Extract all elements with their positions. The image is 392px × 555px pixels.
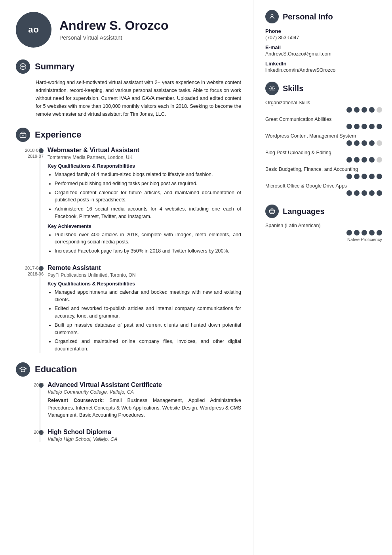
skills-title: Skills: [283, 84, 303, 93]
summary-title-row: Summary: [16, 59, 241, 74]
achievements-list-1: Published over 400 articles in 2018, com…: [48, 231, 241, 255]
experience-title: Experience: [35, 130, 81, 140]
svg-point-7: [271, 15, 273, 17]
dot: [354, 157, 360, 163]
summary-icon: [16, 59, 30, 74]
skill-dots-1: [265, 124, 382, 129]
edu-coursework-1: Relevant Coursework: Small Business Mana…: [48, 397, 241, 419]
edu-institution-1: Vallejo Community College, Vallejo, CA: [48, 389, 241, 395]
dot: [346, 107, 352, 113]
svg-point-10: [271, 209, 273, 214]
languages-title-row: Languages: [265, 205, 382, 218]
skill-dots-0: [265, 107, 382, 113]
email-value: Andrew.S.Orozco@gmail.com: [265, 51, 382, 57]
lang-level-0: Native Proficiency: [265, 237, 382, 242]
dot: [362, 157, 367, 163]
job-date-1: 2018-06 -2019-07: [17, 147, 44, 160]
dot: [377, 124, 382, 129]
dot: [377, 230, 382, 235]
skill-item-2: Wordpress Content Management System: [265, 133, 382, 146]
edu-item-1: 2017 Advanced Virtual Assistant Certific…: [48, 381, 241, 419]
phone-value: (707) 853-5047: [265, 35, 382, 40]
qualifications-title-2: Key Qualifications & Responsibilities: [48, 281, 241, 287]
skill-name-0: Organizational Skills: [265, 100, 382, 105]
education-section: Education 2017 Advanced Virtual Assistan…: [16, 362, 241, 442]
job-item-1: 2018-06 -2019-07 Webmaster & Virtual Ass…: [48, 147, 241, 255]
languages-icon: [265, 205, 279, 218]
dot: [369, 174, 375, 179]
experience-timeline: 2018-06 -2019-07 Webmaster & Virtual Ass…: [16, 147, 241, 353]
list-item: Performed publishing and editing tasks p…: [55, 180, 241, 188]
dot: [354, 190, 360, 196]
dot: [362, 107, 367, 113]
experience-title-row: Experience: [16, 128, 241, 142]
dot: [369, 124, 375, 129]
edu-date-2: 2014: [17, 429, 44, 435]
dot: [377, 140, 382, 146]
job-company-2: PsyFi Publications Unlimited, Toronto, O…: [48, 272, 241, 278]
dot: [346, 140, 352, 146]
skill-item-0: Organizational Skills: [265, 100, 382, 113]
dot: [362, 230, 367, 235]
job-date-2: 2017-04 -2018-06: [17, 265, 44, 278]
education-title: Education: [35, 364, 77, 375]
job-title-1: Webmaster & Virtual Assistant: [48, 147, 241, 154]
skills-section: Skills Organizational Skills Great Commu…: [265, 82, 382, 196]
edu-date-1: 2017: [17, 382, 44, 388]
dot: [377, 174, 382, 179]
skills-icon: [265, 82, 279, 95]
education-icon: [16, 362, 30, 377]
skill-item-1: Great Communication Abilities: [265, 117, 382, 129]
dot: [377, 190, 382, 196]
personal-info-icon: [265, 10, 279, 23]
dot: [346, 124, 352, 129]
skill-name-2: Wordpress Content Management System: [265, 133, 382, 139]
dot: [354, 174, 360, 179]
dot: [354, 107, 360, 113]
skill-item-4: Basic Budgeting, Finance, and Accounting: [265, 166, 382, 179]
skill-name-3: Blog Post Uploading & Editing: [265, 150, 382, 155]
avatar: ao: [16, 12, 51, 48]
education-title-row: Education: [16, 362, 241, 377]
dot: [362, 174, 367, 179]
left-column: ao Andrew S. Orozco Personal Virtual Ass…: [0, 0, 253, 555]
summary-title: Summary: [35, 61, 74, 72]
summary-text: Hard-working and self-motivated virtual …: [16, 78, 241, 118]
skill-dots-3: [265, 157, 382, 163]
skill-name-1: Great Communication Abilities: [265, 117, 382, 122]
personal-info-title-row: Personal Info: [265, 10, 382, 23]
full-name: Andrew S. Orozco: [59, 19, 169, 33]
edu-item-2: 2014 High School Diploma Vallejo High Sc…: [48, 429, 241, 442]
skill-item-5: Microsoft Office & Google Drive Apps: [265, 183, 382, 196]
languages-section: Languages Spanish (Latin American) Nativ…: [265, 205, 382, 242]
list-item: Managed family of 4 medium-sized blogs r…: [55, 171, 241, 178]
edu-title-1: Advanced Virtual Assistant Certificate: [48, 381, 241, 388]
skill-dots-4: [265, 174, 382, 179]
header-text: Andrew S. Orozco Personal Virtual Assist…: [59, 19, 169, 41]
dot: [369, 230, 375, 235]
linkedin-label: LinkedIn: [265, 61, 382, 67]
lang-name-0: Spanish (Latin American): [265, 223, 382, 228]
list-item: Organized content calendar for future ar…: [55, 189, 241, 204]
resume-page: ao Andrew S. Orozco Personal Virtual Ass…: [0, 0, 392, 555]
email-label: E-mail: [265, 44, 382, 50]
qualifications-list-1: Managed family of 4 medium-sized blogs r…: [48, 171, 241, 220]
dot: [354, 230, 360, 235]
edu-institution-2: Vallejo High School, Vallejo, CA: [48, 436, 241, 442]
coursework-label-1: Relevant Coursework:: [48, 398, 104, 403]
linkedin-value: linkedin.com/in/AndrewSOrozco: [265, 67, 382, 73]
skill-name-4: Basic Budgeting, Finance, and Accounting: [265, 166, 382, 172]
qualifications-list-2: Managed appointments and calendar and bo…: [48, 289, 241, 353]
list-item: Increased Facebook page fans by 350% in …: [55, 247, 241, 255]
dot: [377, 107, 382, 113]
list-item: Built up massive database of past and cu…: [55, 322, 241, 337]
dot: [362, 124, 367, 129]
skill-name-5: Microsoft Office & Google Drive Apps: [265, 183, 382, 189]
job-title-2: Remote Assistant: [48, 264, 241, 272]
resume-header: ao Andrew S. Orozco Personal Virtual Ass…: [16, 12, 241, 48]
qualifications-title-1: Key Qualifications & Responsibilities: [48, 163, 241, 169]
list-item: Managed appointments and calendar and bo…: [55, 289, 241, 304]
dot: [369, 107, 375, 113]
languages-title: Languages: [283, 207, 325, 216]
list-item: Organized and maintained online company …: [55, 338, 241, 353]
